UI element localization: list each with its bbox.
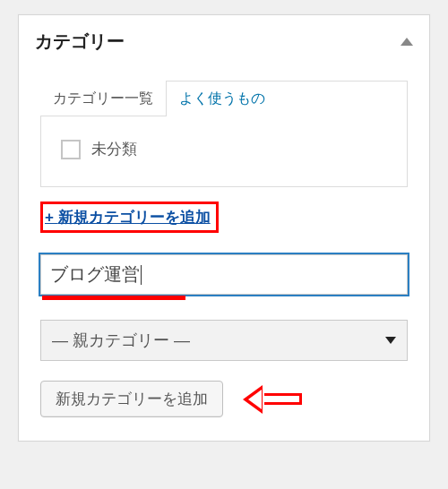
add-category-submit-button[interactable]: 新規カテゴリーを追加 — [40, 381, 223, 417]
add-category-submit-label: 新規カテゴリーを追加 — [56, 390, 208, 408]
category-tabs: カテゴリー一覧 よく使うもの — [41, 81, 407, 116]
tab-label: カテゴリー一覧 — [53, 90, 153, 106]
annotation-underline — [42, 296, 185, 300]
add-category-submit-row: 新規カテゴリーを追加 — [40, 381, 408, 417]
plus-icon: + — [45, 209, 58, 226]
tab-popular-categories[interactable]: よく使うもの — [167, 81, 278, 116]
metabox-header[interactable]: カテゴリー — [19, 15, 429, 63]
screenshot-stage: カテゴリー カテゴリー一覧 よく使うもの 未分類 — [0, 0, 448, 489]
categories-metabox: カテゴリー カテゴリー一覧 よく使うもの 未分類 — [18, 14, 430, 442]
text-caret-icon — [141, 265, 142, 285]
collapse-toggle-icon[interactable] — [401, 38, 413, 46]
category-checkbox[interactable] — [61, 140, 81, 159]
add-new-category-toggle[interactable]: + 新規カテゴリーを追加 — [45, 209, 211, 226]
metabox-title: カテゴリー — [35, 30, 125, 54]
new-category-name-value: ブログ運営 — [50, 264, 140, 284]
annotation-arrow-left-icon — [246, 388, 302, 411]
annotation-highlight-box: + 新規カテゴリーを追加 — [40, 202, 219, 233]
new-category-name-wrap: ブログ運営 — [40, 254, 408, 295]
category-label: 未分類 — [91, 139, 137, 159]
tab-all-categories[interactable]: カテゴリー一覧 — [40, 81, 167, 116]
parent-category-select[interactable]: — 親カテゴリー — — [40, 320, 408, 361]
category-item[interactable]: 未分類 — [61, 139, 396, 159]
parent-category-select-value: — 親カテゴリー — — [52, 330, 190, 351]
metabox-body: カテゴリー一覧 よく使うもの 未分類 + 新規カテゴリーを追加 — [19, 63, 429, 441]
new-category-name-input[interactable]: ブログ運営 — [40, 254, 408, 295]
add-new-category-toggle-label: 新規カテゴリーを追加 — [58, 209, 211, 226]
chevron-down-icon — [385, 337, 396, 344]
tab-label: よく使うもの — [179, 90, 265, 106]
category-checklist: 未分類 — [41, 117, 407, 167]
category-tabs-panel: カテゴリー一覧 よく使うもの 未分類 — [40, 81, 408, 187]
